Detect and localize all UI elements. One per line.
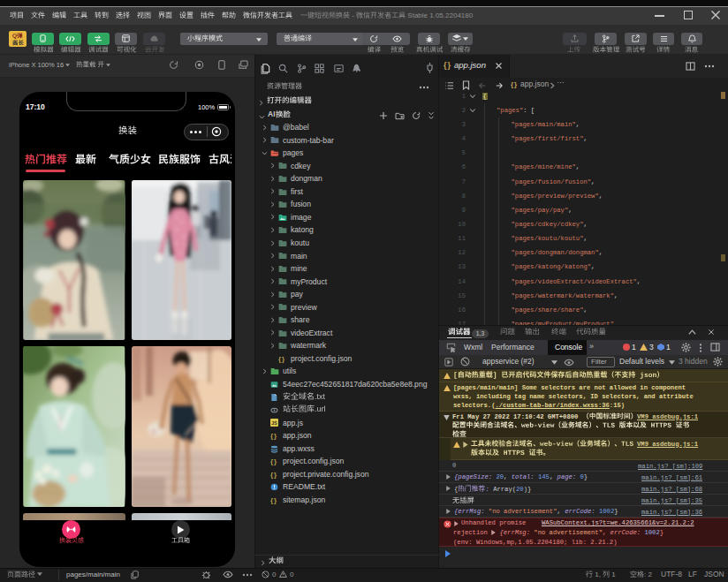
svg-text:JS: JS xyxy=(271,421,277,427)
